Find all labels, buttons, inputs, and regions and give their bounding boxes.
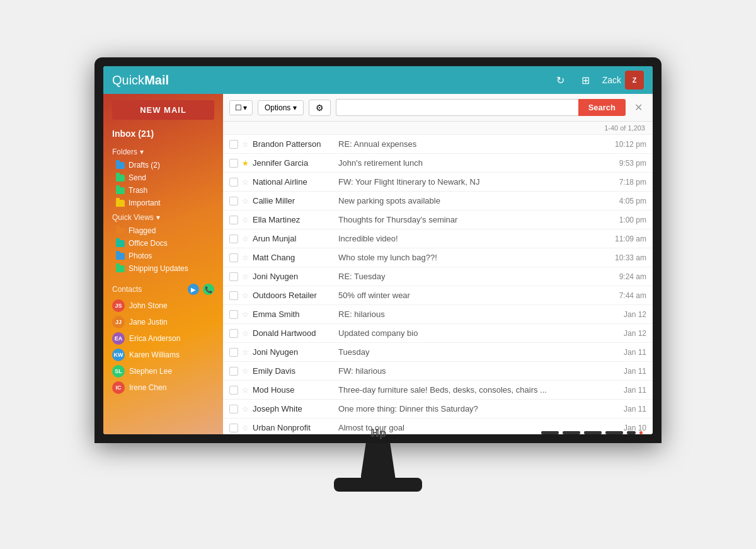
email-row[interactable]: ☆ Matt Chang Who stole my lunch bag??! 1… bbox=[223, 248, 653, 267]
sidebar-item-shipping[interactable]: Shipping Updates bbox=[103, 262, 223, 275]
email-checkbox[interactable] bbox=[229, 159, 238, 168]
email-star[interactable]: ☆ bbox=[242, 405, 249, 413]
email-subject: Who stole my lunch bag??! bbox=[338, 253, 602, 262]
contact-karen-williams[interactable]: KW Karen Williams bbox=[103, 347, 223, 363]
folders-chevron: ▾ bbox=[140, 147, 144, 156]
contact-jane-justin[interactable]: JJ Jane Justin bbox=[103, 314, 223, 330]
email-row[interactable]: ☆ Outdoors Retailer 50% off winter wear … bbox=[223, 286, 653, 305]
grid-icon[interactable]: ⊞ bbox=[577, 71, 595, 89]
email-row[interactable]: ★ Jennifer Garcia John's retirement lunc… bbox=[223, 154, 653, 173]
user-area[interactable]: Zack Z bbox=[602, 71, 644, 90]
email-sender: Donald Hartwood bbox=[253, 328, 335, 338]
email-checkbox[interactable] bbox=[229, 310, 238, 319]
email-checkbox[interactable] bbox=[229, 424, 238, 432]
email-checkbox[interactable] bbox=[229, 272, 238, 281]
folder-office-icon bbox=[116, 240, 125, 247]
email-star[interactable]: ☆ bbox=[242, 291, 249, 300]
email-star[interactable]: ☆ bbox=[242, 348, 249, 357]
sidebar-item-send[interactable]: Send bbox=[103, 171, 223, 184]
email-row[interactable]: ☆ Mod House Three-day furniture sale! Be… bbox=[223, 381, 653, 400]
folders-header[interactable]: Folders ▾ bbox=[103, 144, 223, 159]
email-checkbox[interactable] bbox=[229, 140, 238, 149]
email-star[interactable]: ☆ bbox=[242, 272, 249, 281]
select-all-button[interactable]: ☐ ▾ bbox=[229, 100, 253, 115]
email-checkbox[interactable] bbox=[229, 291, 238, 300]
inbox-label[interactable]: Inbox (21) bbox=[103, 126, 223, 144]
sidebar-item-office-docs[interactable]: Office Docs bbox=[103, 237, 223, 250]
contact-irene-chen[interactable]: IC Irene Chen bbox=[103, 379, 223, 396]
monitor-btn-3[interactable] bbox=[584, 431, 602, 434]
refresh-icon[interactable]: ↻ bbox=[552, 71, 570, 89]
email-time: 10:12 pm bbox=[605, 140, 646, 149]
email-row[interactable]: ☆ Joni Nyugen Tuesday Jan 11 bbox=[223, 343, 653, 362]
email-row[interactable]: ☆ Brandon Patterson RE: Annual expenses … bbox=[223, 135, 653, 154]
sidebar-item-drafts[interactable]: Drafts (2) bbox=[103, 159, 223, 171]
email-checkbox[interactable] bbox=[229, 216, 238, 224]
email-star[interactable]: ☆ bbox=[242, 140, 249, 149]
email-row[interactable]: ☆ Joseph White One more thing: Dinner th… bbox=[223, 400, 653, 419]
email-star[interactable]: ☆ bbox=[242, 197, 249, 205]
contact-erica-anderson[interactable]: EA Erica Anderson bbox=[103, 330, 223, 347]
new-mail-button[interactable]: NEW MAIL bbox=[112, 100, 214, 120]
email-checkbox[interactable] bbox=[229, 405, 238, 413]
email-row[interactable]: ☆ National Airline FW: Your Flight Itine… bbox=[223, 173, 653, 192]
email-row[interactable]: ☆ Emma Smith RE: hilarious Jan 12 bbox=[223, 305, 653, 324]
email-star[interactable]: ☆ bbox=[242, 234, 249, 243]
email-subject: Updated company bio bbox=[338, 328, 602, 338]
email-checkbox[interactable] bbox=[229, 386, 238, 395]
email-row[interactable]: ☆ Emily Davis FW: hilarious Jan 11 bbox=[223, 362, 653, 381]
email-star[interactable]: ☆ bbox=[242, 216, 249, 224]
email-checkbox[interactable] bbox=[229, 253, 238, 262]
monitor-btn-5[interactable] bbox=[627, 431, 636, 434]
email-star[interactable]: ☆ bbox=[242, 178, 249, 187]
email-star[interactable]: ☆ bbox=[242, 386, 249, 395]
important-label: Important bbox=[129, 199, 161, 207]
quick-views-header[interactable]: Quick Views ▾ bbox=[103, 209, 223, 224]
sidebar-item-photos[interactable]: Photos bbox=[103, 250, 223, 262]
email-star[interactable]: ☆ bbox=[242, 310, 249, 319]
sidebar-item-important[interactable]: Important bbox=[103, 197, 223, 209]
email-checkbox[interactable] bbox=[229, 367, 238, 376]
email-star[interactable]: ☆ bbox=[242, 424, 249, 432]
search-input[interactable] bbox=[336, 99, 578, 116]
email-star[interactable]: ☆ bbox=[242, 253, 249, 262]
email-star[interactable]: ★ bbox=[242, 159, 249, 168]
email-time: 9:53 pm bbox=[605, 159, 646, 168]
user-avatar: Z bbox=[625, 71, 644, 90]
options-button[interactable]: Options ▾ bbox=[258, 100, 304, 115]
office-docs-label: Office Docs bbox=[129, 239, 168, 248]
email-checkbox[interactable] bbox=[229, 234, 238, 243]
email-checkbox[interactable] bbox=[229, 348, 238, 357]
email-checkbox[interactable] bbox=[229, 329, 238, 338]
contact-avatar: JS bbox=[112, 299, 125, 312]
monitor-btn-2[interactable] bbox=[563, 431, 580, 434]
sidebar-item-flagged[interactable]: Flagged bbox=[103, 224, 223, 237]
dropdown-arrow: ▾ bbox=[243, 103, 247, 112]
email-row[interactable]: ☆ Ella Martinez Thoughts for Thursday's … bbox=[223, 211, 653, 229]
contact-action-icons: ▶ 📞 bbox=[188, 284, 214, 295]
email-star[interactable]: ☆ bbox=[242, 329, 249, 338]
email-row[interactable]: ☆ Arun Munjal Incredible video! 11:09 am bbox=[223, 229, 653, 248]
email-row[interactable]: ☆ Donald Hartwood Updated company bio Ja… bbox=[223, 324, 653, 343]
email-time: Jan 11 bbox=[605, 386, 646, 395]
email-checkbox[interactable] bbox=[229, 197, 238, 205]
email-row[interactable]: ☆ Joni Nyugen RE: Tuesday 9:24 am bbox=[223, 267, 653, 286]
email-time: Jan 11 bbox=[605, 405, 646, 413]
search-button[interactable]: Search bbox=[578, 99, 626, 116]
settings-button[interactable]: ⚙ bbox=[309, 100, 331, 116]
contact-name: Stephen Lee bbox=[129, 367, 172, 376]
email-subject: FW: hilarious bbox=[338, 366, 602, 376]
email-star[interactable]: ☆ bbox=[242, 367, 249, 376]
email-time: Jan 11 bbox=[605, 367, 646, 376]
video-call-icon[interactable]: ▶ bbox=[188, 284, 199, 295]
sidebar-item-trash[interactable]: Trash bbox=[103, 184, 223, 197]
close-button[interactable]: ✕ bbox=[631, 101, 646, 113]
contact-avatar: JJ bbox=[112, 316, 125, 328]
phone-call-icon[interactable]: 📞 bbox=[203, 284, 214, 295]
monitor-btn-1[interactable] bbox=[541, 431, 559, 434]
contact-john-stone[interactable]: JS John Stone bbox=[103, 298, 223, 314]
email-checkbox[interactable] bbox=[229, 178, 238, 187]
email-row[interactable]: ☆ Callie Miller New parking spots availa… bbox=[223, 192, 653, 211]
contact-stephen-lee[interactable]: SL Stephen Lee bbox=[103, 363, 223, 379]
monitor-btn-4[interactable] bbox=[605, 431, 623, 434]
